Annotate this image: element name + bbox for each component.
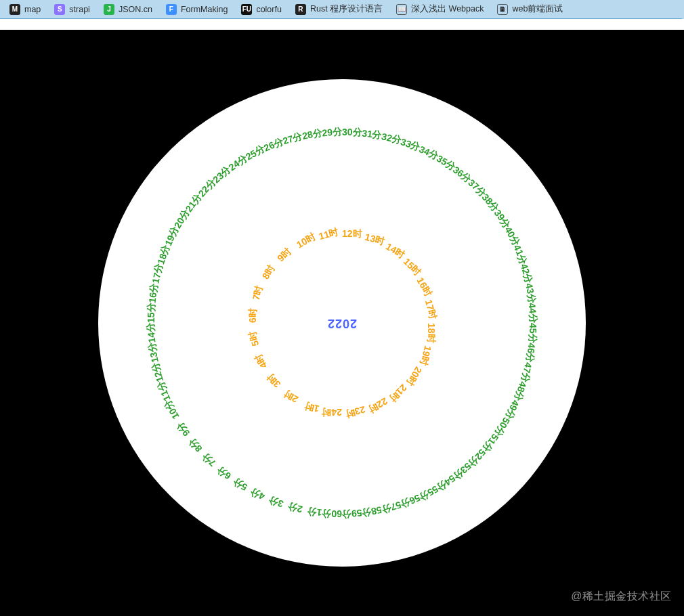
hour-label: 5时 — [247, 330, 262, 348]
canvas-area: 2022 1时2时3时4时5时6时7时8时9时10时11时12时13时14时15… — [0, 30, 684, 616]
hour-label: 11时 — [318, 226, 340, 243]
bookmark-label: Rust 程序设计语言 — [310, 3, 383, 15]
minute-label: 16分 — [147, 282, 161, 303]
minute-label: 31分 — [361, 128, 382, 142]
hour-label: 12时 — [342, 228, 362, 240]
clock-disc: 2022 1时2时3时4时5时6时7时8时9时10时11时12时13时14时15… — [98, 79, 586, 567]
hour-label: 15时 — [400, 256, 423, 279]
minute-label: 30分 — [342, 127, 362, 139]
minute-label: 45分 — [526, 323, 538, 343]
minute-label: 7分 — [200, 450, 219, 469]
hour-label: 22时 — [366, 395, 389, 415]
hour-label: 17时 — [422, 299, 439, 321]
minute-label: 58分 — [361, 503, 383, 519]
minute-label: 46分 — [523, 342, 537, 363]
minute-label: 1分 — [307, 504, 323, 518]
hour-label: 13时 — [364, 232, 386, 248]
hour-label: 23时 — [344, 403, 366, 420]
minute-label: 57分 — [380, 498, 403, 516]
bookmark-icon: 🗎 — [497, 4, 508, 15]
hour-label: 9时 — [275, 246, 294, 265]
hour-label: 6时 — [247, 308, 259, 323]
minute-label: 12分 — [149, 361, 167, 384]
bookmark-label: strapi — [69, 5, 90, 14]
hour-label: 18时 — [425, 323, 437, 343]
hour-label: 14时 — [383, 241, 407, 261]
minute-label: 44分 — [526, 303, 540, 324]
clock-center-year: 2022 — [327, 316, 357, 330]
minute-label: 6分 — [215, 463, 234, 481]
minute-label: 59分 — [341, 506, 362, 521]
hour-label: 16时 — [414, 276, 434, 299]
minute-label: 29分 — [322, 125, 343, 139]
bookmark-icon: 📖 — [396, 4, 407, 15]
hour-label: 8时 — [260, 263, 278, 282]
bookmark-item[interactable]: RRust 程序设计语言 — [290, 2, 388, 16]
minute-label: 8分 — [186, 435, 205, 454]
minute-label: 13分 — [146, 342, 162, 364]
bookmark-item[interactable]: 🗎web前端面试 — [492, 2, 568, 16]
hour-label: 24时 — [322, 405, 342, 418]
minute-label: 28分 — [301, 127, 324, 143]
bookmark-icon: S — [54, 4, 65, 15]
bookmark-icon: M — [9, 4, 20, 15]
bookmark-icon: FU — [241, 4, 252, 15]
bookmark-label: JSON.cn — [119, 5, 152, 14]
hour-label: 19时 — [416, 345, 433, 367]
bookmarks-bar: MmapSstrapiJJSON.cnFFormMakingFUcolorfuR… — [0, 0, 684, 19]
bookmark-icon: J — [104, 4, 114, 15]
minute-label: 27分 — [281, 130, 304, 148]
minute-label: 17分 — [150, 263, 166, 285]
bookmark-label: web前端面试 — [512, 3, 563, 15]
minute-label: 3分 — [268, 493, 285, 510]
minute-label: 47分 — [518, 361, 534, 384]
bookmark-icon: R — [295, 4, 306, 15]
hour-label: 21时 — [386, 381, 409, 404]
minute-label: 4分 — [249, 485, 267, 502]
bookmark-label: colorfu — [256, 5, 282, 14]
hour-label: 20时 — [404, 364, 424, 388]
toolbar-gap — [0, 19, 684, 30]
hour-label: 10时 — [295, 231, 318, 251]
bookmark-item[interactable]: FFormMaking — [161, 3, 233, 16]
bookmark-item[interactable]: Sstrapi — [49, 3, 95, 16]
bookmark-item[interactable]: 📖深入浅出 Webpack — [391, 2, 489, 16]
bookmark-item[interactable]: FUcolorfu — [236, 3, 287, 16]
bookmark-icon: F — [166, 4, 177, 15]
minute-label: 60分 — [322, 507, 342, 519]
minute-label: 2分 — [286, 500, 303, 515]
bookmark-label: 深入浅出 Webpack — [411, 3, 484, 15]
minute-label: 42分 — [517, 262, 535, 285]
hour-label: 4时 — [253, 351, 270, 370]
bookmark-label: FormMaking — [181, 5, 228, 14]
hour-label: 3时 — [265, 371, 284, 390]
minute-label: 14分 — [144, 322, 158, 343]
minute-label: 15分 — [146, 303, 158, 323]
hour-label: 2时 — [282, 387, 301, 405]
minute-label: 43分 — [522, 282, 538, 305]
bookmark-item[interactable]: Mmap — [4, 3, 46, 16]
minute-label: 9分 — [175, 419, 193, 438]
hour-label: 7时 — [251, 284, 266, 302]
watermark: @稀土掘金技术社区 — [571, 590, 672, 604]
hour-label: 1时 — [303, 399, 321, 414]
bookmark-label: map — [24, 5, 41, 14]
bookmark-item[interactable]: JJSON.cn — [98, 3, 158, 16]
minute-label: 5分 — [231, 475, 250, 493]
